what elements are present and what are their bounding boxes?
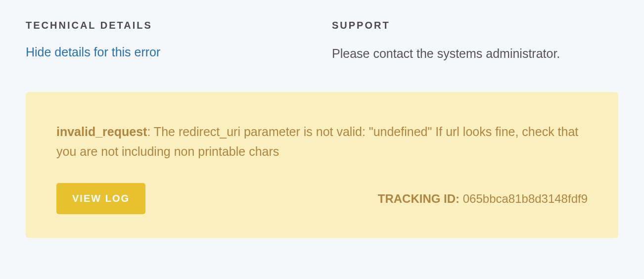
view-log-button[interactable]: VIEW LOG (56, 183, 145, 214)
error-footer: VIEW LOG TRACKING ID: 065bbca81b8d3148fd… (56, 183, 588, 214)
support-column: SUPPORT Please contact the systems admin… (332, 20, 618, 62)
support-message: Please contact the systems administrator… (332, 45, 618, 62)
error-panel: invalid_request: The redirect_uri parame… (26, 92, 618, 238)
error-separator: : (147, 125, 153, 139)
technical-details-column: TECHNICAL DETAILS Hide details for this … (26, 20, 312, 62)
support-heading: SUPPORT (332, 20, 618, 31)
tracking-label: TRACKING ID: (378, 192, 463, 205)
technical-details-heading: TECHNICAL DETAILS (26, 20, 312, 31)
info-columns: TECHNICAL DETAILS Hide details for this … (26, 20, 618, 62)
error-code: invalid_request (56, 125, 147, 139)
hide-details-link[interactable]: Hide details for this error (26, 45, 160, 59)
error-message: invalid_request: The redirect_uri parame… (56, 122, 588, 161)
tracking-id-value: 065bbca81b8d3148fdf9 (463, 192, 588, 205)
tracking-info: TRACKING ID: 065bbca81b8d3148fdf9 (378, 192, 588, 206)
